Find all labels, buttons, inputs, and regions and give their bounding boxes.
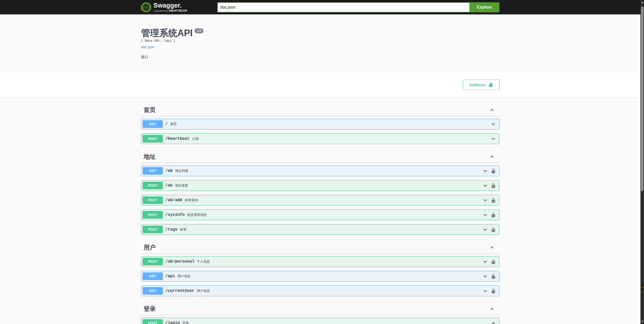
chevron-up-icon[interactable] xyxy=(489,306,494,311)
chevron-down-icon[interactable] xyxy=(483,259,488,264)
lock-icon[interactable] xyxy=(491,183,496,188)
lock-icon[interactable] xyxy=(491,274,496,279)
section-header[interactable]: 用户 xyxy=(141,241,499,254)
endpoint-summary: 登录 xyxy=(182,321,491,324)
section-header[interactable]: 首页 xyxy=(141,103,499,116)
chevron-down-icon[interactable] xyxy=(483,183,488,188)
opblock-summary[interactable]: GET /api 用户信息 xyxy=(141,271,499,281)
method-badge: GET xyxy=(143,287,163,295)
endpoint-path: /sysinfo xyxy=(165,213,185,217)
section-title: 地址 xyxy=(144,153,156,161)
chevron-down-icon[interactable] xyxy=(483,168,488,173)
method-badge: POST xyxy=(143,182,163,189)
opblock-row[interactable]: POST /sysinfo 提交系统信息 xyxy=(141,210,499,220)
chevron-down-icon[interactable] xyxy=(483,212,488,217)
method-badge: POST xyxy=(143,226,163,233)
api-description: 接口 xyxy=(141,55,499,72)
chevron-down-icon[interactable] xyxy=(483,198,488,203)
endpoint-summary: 首页 xyxy=(170,122,491,126)
base-url: [ Base URL: /api ] xyxy=(141,39,499,43)
opblock-row[interactable]: POST /login 登录 xyxy=(141,318,499,324)
chevron-down-icon[interactable] xyxy=(483,274,488,279)
method-badge: POST xyxy=(143,196,163,204)
api-tag-section: 用户 POST /ab/personal 个人信息 xyxy=(141,241,499,296)
endpoint-summary: 地址更新 xyxy=(175,183,483,188)
opblock-row[interactable]: POST /ab/personal 个人信息 xyxy=(141,256,499,267)
opblock-summary[interactable]: POST /ab/personal 个人信息 xyxy=(141,257,499,267)
endpoint-summary: 地址列表 xyxy=(175,169,483,173)
svg-text:{···}: {···} xyxy=(141,5,151,10)
explore-button[interactable]: Explore xyxy=(469,2,499,12)
opblock-summary[interactable]: GET /ab 地址列表 xyxy=(141,166,499,176)
spec-url-input[interactable] xyxy=(217,2,469,12)
chevron-up-icon[interactable] xyxy=(489,245,494,250)
authorize-button[interactable]: Authorize xyxy=(463,80,499,90)
scrollbar-thumb[interactable] xyxy=(641,6,643,191)
opblock-row[interactable]: GET /ab 地址列表 xyxy=(141,166,499,176)
endpoint-path: /currentUser xyxy=(165,289,194,293)
opblock-summary[interactable]: GET /currentUser 用户信息 xyxy=(141,286,499,296)
section-title: 登录 xyxy=(144,305,156,313)
api-tag-section: 登录 POST /login 登录 POST xyxy=(141,302,499,324)
explore-form: Explore xyxy=(217,2,499,12)
opblock-summary[interactable]: GET / 首页 xyxy=(141,119,499,129)
logo-subtitle: Supported by SMARTBEAR xyxy=(153,9,187,12)
lock-icon[interactable] xyxy=(491,212,496,217)
endpoint-path: /ab/add xyxy=(165,198,182,202)
scroll-up-arrow-icon[interactable] xyxy=(641,2,643,3)
spec-link[interactable]: doc.json xyxy=(141,45,154,49)
method-badge: POST xyxy=(143,319,163,324)
chevron-down-icon[interactable] xyxy=(483,288,488,293)
opblock-summary[interactable]: POST /login 登录 xyxy=(141,318,499,324)
endpoint-path: /tags xyxy=(165,227,177,232)
chevron-down-icon[interactable] xyxy=(483,227,488,232)
lock-icon[interactable] xyxy=(491,288,496,293)
method-badge: POST xyxy=(143,258,163,265)
opblock-row[interactable]: POST /ab/add 标签添加 xyxy=(141,195,499,205)
lock-icon[interactable] xyxy=(491,168,496,173)
scroll-down-arrow-icon[interactable] xyxy=(641,321,643,322)
endpoint-summary: 用户信息 xyxy=(197,289,483,293)
lock-icon[interactable] xyxy=(491,227,496,232)
api-tag-section: 首页 GET / 首页 POST xyxy=(141,103,499,144)
scheme-container: Authorize xyxy=(0,72,640,97)
api-title: 管理系统API1.0 xyxy=(141,28,499,38)
opblock-row[interactable]: GET /api 用户信息 xyxy=(141,271,499,282)
minimap-marker-orange xyxy=(641,287,643,288)
opblock-summary[interactable]: POST /ab 地址更新 xyxy=(141,180,499,191)
opblock-summary[interactable]: POST /tags 标签 xyxy=(141,224,499,235)
endpoint-summary: 标签添加 xyxy=(185,198,483,202)
authorize-label: Authorize xyxy=(469,83,485,87)
chevron-down-icon[interactable] xyxy=(491,122,496,127)
section-header[interactable]: 登录 xyxy=(141,302,499,315)
lock-icon[interactable] xyxy=(491,198,496,203)
chevron-up-icon[interactable] xyxy=(489,107,494,112)
swagger-logo-link[interactable]: {···} Swagger. Supported by SMARTBEAR xyxy=(141,2,187,12)
lock-icon[interactable] xyxy=(491,259,496,264)
method-badge: GET xyxy=(143,167,163,175)
endpoint-summary: 标签 xyxy=(180,227,483,232)
chevron-up-icon[interactable] xyxy=(489,154,494,159)
opblock-row[interactable]: POST /tags 标签 xyxy=(141,224,499,235)
opblock-row[interactable]: GET /currentUser 用户信息 xyxy=(141,286,499,296)
method-badge: POST xyxy=(143,211,163,219)
opblock-summary[interactable]: POST /ab/add 标签添加 xyxy=(141,195,499,205)
opblock-row[interactable]: POST /ab 地址更新 xyxy=(141,180,499,191)
opblock-summary[interactable]: POST /heartbeat 心跳 xyxy=(141,134,499,144)
section-rows: GET / 首页 POST /heartbeat 心跳 xyxy=(141,119,499,144)
opblock-row[interactable]: POST /heartbeat 心跳 xyxy=(141,133,499,144)
scrollbar xyxy=(640,0,644,324)
endpoint-summary: 用户信息 xyxy=(177,274,483,279)
opblock-summary[interactable]: POST /sysinfo 提交系统信息 xyxy=(141,210,499,220)
section-header[interactable]: 地址 xyxy=(141,150,499,163)
endpoint-summary: 心跳 xyxy=(192,136,491,141)
opblock-row[interactable]: GET / 首页 xyxy=(141,119,499,129)
method-badge: POST xyxy=(143,135,163,143)
chevron-down-icon[interactable] xyxy=(491,320,496,324)
unlock-icon xyxy=(488,82,493,88)
endpoint-summary: 提交系统信息 xyxy=(187,213,483,217)
section-rows: POST /ab/personal 个人信息 GET /api 用 xyxy=(141,256,499,296)
endpoint-path: /ab xyxy=(165,169,173,173)
chevron-down-icon[interactable] xyxy=(491,136,496,141)
version-badge: 1.0 xyxy=(195,28,203,33)
